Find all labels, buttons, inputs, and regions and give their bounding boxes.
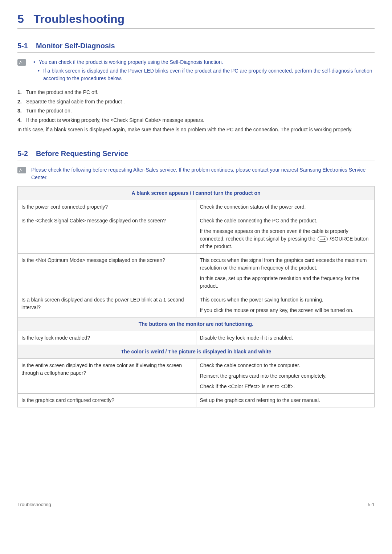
footer-right: 5-1 (368, 502, 375, 507)
document-page: 5 Troubleshooting 5-1 Monitor Self-Diagn… (0, 0, 392, 514)
source-button-icon (318, 237, 328, 242)
table-header-row: A blank screen appears / I cannot turn t… (18, 186, 375, 200)
question-cell: Is the <Check Signal Cable> message disp… (18, 214, 196, 253)
paragraph: In this case, if a blank screen is displ… (17, 126, 375, 134)
step-text: Turn the product on. (26, 107, 72, 115)
table-header: The buttons on the monitor are not funct… (18, 317, 375, 331)
answer-cell: This occurs when the power saving functi… (196, 293, 375, 317)
section-number: 5-1 (17, 42, 28, 50)
step-number: 4. (17, 116, 24, 124)
divider (17, 52, 375, 53)
section-heading: 5-2 Before Requesting Service (17, 149, 375, 160)
note-list: • You can check if the product is workin… (31, 58, 375, 83)
note-text: Please check the following before reques… (31, 166, 375, 181)
divider (17, 160, 375, 160)
note-icon (17, 167, 26, 173)
answer-text: Check the cable connecting the PC and th… (200, 217, 371, 225)
section-title: Monitor Self-Diagnosis (36, 42, 115, 50)
divider (17, 28, 375, 29)
answer-cell: This occurs when the signal from the gra… (196, 253, 375, 293)
table-header: A blank screen appears / I cannot turn t… (18, 186, 375, 200)
step-item: 2.Separate the signal cable from the pro… (17, 98, 375, 106)
note-item: • You can check if the product is workin… (31, 58, 375, 66)
table-row: Is the entire screen displayed in the sa… (18, 358, 375, 393)
step-number: 3. (17, 107, 24, 115)
table-header: The color is weird / The picture is disp… (18, 345, 375, 358)
table-header-row: The buttons on the monitor are not funct… (18, 317, 375, 331)
question-cell: Is the key lock mode enabled? (18, 331, 196, 345)
answer-text: Check the cable connection to the comput… (200, 362, 371, 369)
table-row: Is the key lock mode enabled? Disable th… (18, 331, 375, 345)
chapter-title-text: Troubleshooting (33, 12, 124, 25)
troubleshooting-table: A blank screen appears / I cannot turn t… (17, 186, 375, 407)
step-text: Turn the product and the PC off. (26, 89, 98, 97)
answer-cell: Set up the graphics card referring to th… (196, 393, 375, 407)
answer-text: In this case, set up the appropriate res… (200, 275, 371, 290)
answer-text: This occurs when the power saving functi… (200, 296, 371, 304)
note-icon (17, 59, 26, 66)
table-row: Is a blank screen displayed and does the… (18, 293, 375, 317)
step-list: 1.Turn the product and the PC off. 2.Sep… (17, 89, 375, 124)
step-item: 4.If the product is working properly, th… (17, 116, 375, 124)
table-row: Is the <Not Optimum Mode> message displa… (18, 253, 375, 293)
answer-cell: Check the cable connection to the comput… (196, 358, 375, 393)
step-number: 2. (17, 98, 24, 106)
question-cell: Is the graphics card configured correctl… (18, 393, 196, 407)
note-block: • You can check if the product is workin… (17, 58, 375, 83)
note-text: If a blank screen is displayed and the P… (43, 67, 375, 82)
note-text: You can check if the product is working … (39, 58, 375, 66)
answer-cell: Disable the key lock mode if it is enabl… (196, 331, 375, 345)
table-header-row: The color is weird / The picture is disp… (18, 345, 375, 358)
answer-text: Check if the <Color Effect> is set to <O… (200, 383, 371, 390)
question-cell: Is the power cord connected properly? (18, 200, 196, 214)
note-item: • If a blank screen is displayed and the… (36, 67, 375, 82)
answer-cell: Check the cable connecting the PC and th… (196, 214, 375, 253)
footer-left: Troubleshooting (17, 502, 51, 507)
answer-text: Reinsert the graphics card into the comp… (200, 372, 371, 380)
step-item: 1.Turn the product and the PC off. (17, 89, 375, 97)
question-cell: Is the entire screen displayed in the sa… (18, 358, 196, 393)
step-text: If the product is working properly, the … (26, 116, 204, 124)
table-row: Is the graphics card configured correctl… (18, 393, 375, 407)
answer-text: If the message appears on the screen eve… (200, 227, 371, 250)
note-block: Please check the following before reques… (17, 166, 375, 181)
step-item: 3.Turn the product on. (17, 107, 375, 115)
section-heading: 5-1 Monitor Self-Diagnosis (17, 42, 375, 52)
answer-text: If you click the mouse or press any key,… (200, 307, 371, 314)
step-text: Separate the signal cable from the produ… (26, 98, 125, 106)
section-title: Before Requesting Service (36, 149, 128, 158)
bullet-icon: • (36, 67, 40, 82)
section-number: 5-2 (17, 149, 28, 158)
answer-text: This occurs when the signal from the gra… (200, 257, 371, 272)
step-number: 1. (17, 89, 24, 97)
question-cell: Is a blank screen displayed and does the… (18, 293, 196, 317)
table-row: Is the <Check Signal Cable> message disp… (18, 214, 375, 253)
table-row: Is the power cord connected properly? Ch… (18, 200, 375, 214)
page-footer: Troubleshooting 5-1 (17, 422, 375, 507)
bullet-icon: • (31, 58, 35, 66)
question-cell: Is the <Not Optimum Mode> message displa… (18, 253, 196, 293)
chapter-number: 5 (17, 12, 24, 25)
answer-cell: Check the connection status of the power… (196, 200, 375, 214)
chapter-heading: 5 Troubleshooting (17, 12, 375, 28)
